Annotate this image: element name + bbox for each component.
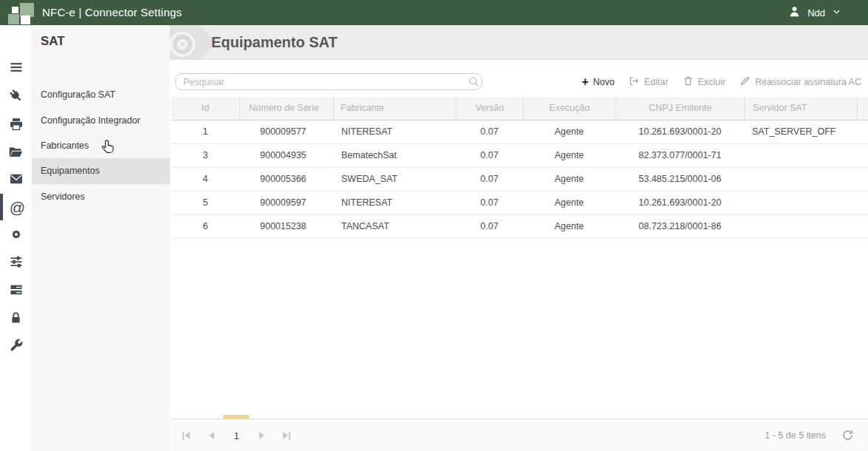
wrench-icon[interactable]	[0, 332, 32, 359]
cell-versao: 0.07	[456, 191, 523, 214]
gear-icon[interactable]	[0, 221, 32, 248]
toolbar: + Novo Editar Excluir Reassociar assina	[581, 74, 861, 90]
app-window: NFC-e | Connector Settings Ndd @	[0, 0, 868, 451]
column-header-cnpj[interactable]: CNPJ Emitente	[615, 97, 745, 120]
sidebar-item-fabricantes[interactable]: Fabricantes	[32, 133, 170, 159]
chevron-down-icon	[832, 6, 841, 19]
pager-info: 1 - 5 de 5 itens	[765, 419, 826, 451]
cell-serial: 900009577	[239, 121, 333, 143]
novo-button[interactable]: + Novo	[581, 76, 615, 88]
menu-icon[interactable]	[0, 54, 32, 81]
icon-rail: @	[0, 25, 32, 451]
cell-id: 5	[171, 191, 239, 214]
cell-execucao: Agente	[523, 168, 615, 191]
cell-fabricante: SWEDA_SAT	[333, 168, 456, 191]
cell-fabricante: NITERESAT	[333, 121, 456, 143]
pencil-icon	[739, 75, 751, 89]
user-icon	[788, 5, 801, 21]
page-title: Equipamento SAT	[211, 25, 338, 60]
table-row[interactable]: 3 900004935 BematechSat 0.07 Agente 82.3…	[171, 144, 868, 168]
cell-fabricante: TANCASAT	[333, 215, 456, 238]
first-page-button[interactable]	[179, 428, 194, 443]
cell-cnpj: 08.723.218/0001-86	[615, 215, 745, 238]
column-header-id[interactable]: Id	[171, 97, 239, 120]
cell-id: 3	[171, 144, 239, 167]
refresh-icon[interactable]	[841, 429, 854, 444]
cell-servidor	[745, 144, 857, 167]
equipment-table: Id Número de Série Fabricante Versão Exe…	[171, 97, 868, 239]
rings-icon	[170, 30, 199, 59]
column-header-execucao[interactable]: Execução	[523, 97, 615, 120]
sidebar-heading: SAT	[32, 25, 170, 57]
sidebar: SAT Configuração SAT Configuração Integr…	[32, 25, 170, 451]
sliders-icon[interactable]	[0, 248, 32, 275]
plug-icon[interactable]	[0, 83, 32, 109]
table-row[interactable]: 4 900005366 SWEDA_SAT 0.07 Agente 53.485…	[171, 168, 868, 191]
main-content: Equipamento SAT + Novo Editar Excluir	[170, 25, 868, 451]
cell-execucao: Agente	[523, 144, 615, 167]
printer-icon[interactable]	[0, 111, 32, 138]
next-page-button[interactable]	[254, 428, 269, 443]
trash-icon	[683, 75, 694, 89]
table-header-row: Id Número de Série Fabricante Versão Exe…	[171, 97, 868, 121]
cell-id: 1	[171, 121, 239, 143]
page-number[interactable]: 1	[229, 430, 244, 441]
previous-page-button[interactable]	[204, 428, 219, 443]
sidebar-item-servidores[interactable]: Servidores	[32, 184, 170, 210]
cell-execucao: Agente	[523, 215, 615, 238]
cell-cnpj: 53.485.215/0001-06	[615, 168, 745, 191]
app-logo-icon	[0, 0, 37, 25]
cell-versao: 0.07	[456, 215, 523, 238]
sidebar-item-configuracao-sat[interactable]: Configuração SAT	[32, 82, 170, 108]
cell-cnpj: 10.261.693/0001-20	[615, 121, 745, 143]
lock-icon[interactable]	[0, 305, 32, 331]
column-header-versao[interactable]: Versão	[456, 97, 523, 120]
excluir-button[interactable]: Excluir	[683, 75, 726, 89]
cell-versao: 0.07	[456, 144, 523, 167]
cell-serial: 900004935	[239, 144, 333, 167]
column-header-serial[interactable]: Número de Série	[239, 97, 333, 120]
cell-servidor	[745, 168, 857, 191]
cell-cnpj: 10.261.693/0001-20	[615, 191, 745, 214]
table-row[interactable]: 1 900009577 NITERESAT 0.07 Agente 10.261…	[171, 121, 868, 144]
search-icon	[468, 75, 480, 91]
cell-serial: 900015238	[239, 215, 333, 238]
table-row[interactable]: 6 900015238 TANCASAT 0.07 Agente 08.723.…	[171, 215, 868, 239]
table-row[interactable]: 5 900009597 NITERESAT 0.07 Agente 10.261…	[171, 191, 868, 215]
user-name: Ndd	[807, 7, 825, 18]
cell-id: 6	[171, 215, 239, 238]
cell-id: 4	[171, 168, 239, 191]
at-icon[interactable]: @	[0, 194, 32, 220]
last-page-button[interactable]	[279, 428, 294, 443]
cell-versao: 0.07	[456, 168, 523, 191]
page-header: Equipamento SAT	[170, 25, 868, 60]
pager: 1 1 - 5 de 5 itens	[171, 418, 868, 451]
column-header-fabricante[interactable]: Fabricante	[333, 97, 456, 120]
app-title: NFC-e | Connector Settings	[42, 0, 182, 25]
user-menu[interactable]: Ndd	[788, 0, 841, 25]
sidebar-item-equipamentos[interactable]: Equipamentos	[32, 158, 170, 184]
cell-execucao: Agente	[523, 191, 615, 214]
cell-fabricante: BematechSat	[333, 144, 456, 167]
editar-button[interactable]: Editar	[629, 75, 669, 89]
column-header-servidor[interactable]: Servidor SAT	[745, 97, 857, 120]
plus-icon: +	[581, 76, 588, 88]
server-icon[interactable]	[0, 277, 32, 303]
cell-servidor: SAT_SERVER_OFF	[745, 121, 857, 143]
edit-icon	[629, 75, 640, 89]
cell-serial: 900009597	[239, 191, 333, 214]
folder-icon[interactable]	[0, 138, 32, 165]
cell-fabricante: NITERESAT	[333, 191, 456, 214]
cell-servidor	[745, 191, 857, 214]
cell-execucao: Agente	[523, 121, 615, 143]
sidebar-item-configuracao-integrador[interactable]: Configuração Integrador	[32, 108, 170, 134]
cell-cnpj: 82.373.077/0001-71	[615, 144, 745, 167]
reassociar-assinatura-button[interactable]: Reassociar assinatura AC	[739, 75, 861, 89]
top-bar: NFC-e | Connector Settings Ndd	[0, 0, 868, 25]
mail-icon[interactable]	[0, 166, 32, 192]
cell-versao: 0.07	[456, 121, 523, 143]
search-input[interactable]	[175, 73, 482, 90]
column-header-spacer	[857, 97, 868, 120]
cell-serial: 900005366	[239, 168, 333, 191]
cell-servidor	[745, 215, 857, 238]
